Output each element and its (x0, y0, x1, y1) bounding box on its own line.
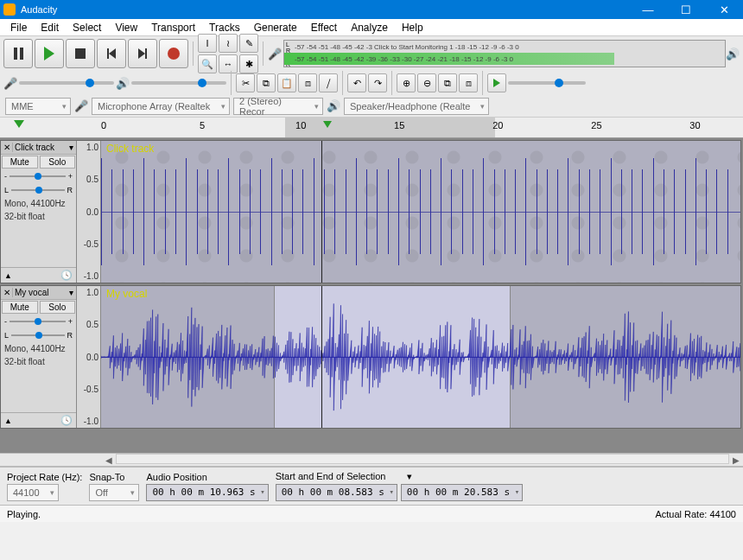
menu-help[interactable]: Help (395, 20, 430, 35)
actual-rate-text: Actual Rate: 44100 (655, 509, 736, 519)
rec-meter[interactable]: LR -57 -54 -51 -48 -45 -42 -3 Click to S… (283, 40, 726, 67)
gain-slider[interactable]: -+ (4, 317, 73, 326)
trim-button[interactable]: ⧈ (298, 73, 317, 92)
track-bits: 32-bit float (1, 210, 76, 223)
cut-button[interactable]: ✂ (236, 73, 255, 92)
device-toolbar: MME 🎤 Microphone Array (Realtek 2 (Stere… (0, 95, 743, 118)
host-combo[interactable]: MME (5, 98, 71, 115)
pan-slider[interactable]: LR (4, 331, 73, 340)
zoom-out-button[interactable]: ⊖ (417, 73, 436, 92)
track-click: ✕ Click track ▾ Mute Solo -+ LR Mono, 44… (0, 140, 741, 283)
play-volume-slider[interactable] (131, 81, 226, 85)
silence-button[interactable]: ⧸ (319, 73, 338, 92)
tracks-area: ✕ Click track ▾ Mute Solo -+ LR Mono, 44… (0, 138, 743, 453)
record-button[interactable] (159, 39, 188, 68)
project-rate-combo[interactable]: 44100 (7, 484, 59, 501)
track-menu-button[interactable]: ▾ (66, 143, 76, 152)
collapse-button[interactable]: ▲ (4, 417, 12, 425)
selection-start-field[interactable]: 00 h 00 m 08.583 s (276, 484, 397, 501)
stop-button[interactable] (66, 39, 95, 68)
audio-position-field[interactable]: 00 h 00 m 10.963 s (146, 484, 268, 501)
track-vscale[interactable]: 1.00.50.0-0.5-1.0 (77, 286, 101, 428)
menu-select[interactable]: Select (66, 20, 108, 35)
selection-label: Start and End of Selection ▾ (276, 471, 523, 482)
paste-button[interactable]: 📋 (277, 73, 296, 92)
menu-analyze[interactable]: Analyze (344, 20, 395, 35)
sync-icon: 🕓 (60, 415, 73, 426)
play-meter-icon: 🔊 (726, 48, 740, 60)
audio-position-label: Audio Position (146, 472, 268, 482)
waveform-click[interactable]: Click track (101, 141, 740, 283)
track-format: Mono, 44100Hz (1, 197, 76, 210)
track-name[interactable]: Click track (13, 143, 66, 152)
rec-meter-scale: -57 -54 -51 -48 -45 -42 -3 Click to Star… (284, 41, 725, 53)
menu-edit[interactable]: Edit (34, 20, 66, 35)
menu-view[interactable]: View (108, 20, 144, 35)
envelope-tool[interactable]: ≀ (219, 34, 238, 53)
play-button[interactable] (35, 39, 64, 68)
snap-combo[interactable]: Off (89, 484, 139, 501)
track-vscale[interactable]: 1.00.50.0-0.5-1.0 (77, 141, 101, 283)
selection-toolbar: Project Rate (Hz): 44100 Snap-To Off Aud… (0, 467, 743, 505)
play-at-speed-button[interactable] (487, 73, 506, 92)
menu-generate[interactable]: Generate (247, 20, 304, 35)
play-speed-slider[interactable] (508, 81, 586, 85)
track-bits: 32-bit float (1, 355, 76, 368)
mute-button[interactable]: Mute (2, 156, 38, 169)
speaker-icon: 🔊 (116, 77, 130, 90)
menubar: File Edit Select View Transport Tracks G… (0, 19, 743, 36)
skip-end-button[interactable] (128, 39, 157, 68)
track-name[interactable]: My vocal (13, 288, 66, 297)
rec-volume-slider[interactable] (19, 81, 114, 85)
play-meter-scale: -57 -54 -51 -48 -45 -42 -39 -36 -33 -30 … (284, 53, 725, 65)
menu-effect[interactable]: Effect (304, 20, 344, 35)
zoom-in-button[interactable]: ⊕ (397, 73, 416, 92)
rec-meter-icon: 🎤 (268, 48, 282, 60)
maximize-button[interactable]: ☐ (667, 0, 705, 19)
copy-button[interactable]: ⧉ (257, 73, 276, 92)
close-button[interactable]: ✕ (705, 0, 743, 19)
app-icon (3, 3, 16, 16)
output-device-combo[interactable]: Speaker/Headphone (Realte (344, 98, 489, 115)
solo-button[interactable]: Solo (40, 156, 76, 169)
menu-file[interactable]: File (3, 20, 34, 35)
menu-tracks[interactable]: Tracks (202, 20, 247, 35)
selection-tool[interactable]: I (198, 34, 217, 53)
track-close-button[interactable]: ✕ (1, 143, 13, 152)
draw-tool[interactable]: ✎ (239, 34, 258, 53)
zoom-tool[interactable]: 🔍 (198, 54, 217, 73)
selection-end-field[interactable]: 00 h 00 m 20.583 s (401, 484, 523, 501)
app-title: Audacity (21, 4, 57, 15)
tools-grid: I ≀ ✎ 🔍 ↔ ✱ (198, 34, 258, 73)
collapse-button[interactable]: ▲ (4, 271, 12, 280)
solo-button[interactable]: Solo (40, 301, 76, 314)
pause-button[interactable] (3, 39, 33, 68)
snap-label: Snap-To (89, 472, 139, 482)
input-device-combo[interactable]: Microphone Array (Realtek (92, 98, 230, 115)
gain-slider[interactable]: -+ (4, 172, 73, 181)
titlebar: Audacity — ☐ ✕ (0, 0, 743, 19)
output-device-icon: 🔊 (327, 99, 340, 112)
waveform-vocal[interactable]: My vocal (101, 286, 740, 428)
track-close-button[interactable]: ✕ (1, 288, 13, 297)
redo-button[interactable]: ↷ (368, 73, 387, 92)
pan-slider[interactable]: LR (4, 186, 73, 194)
timeshift-tool[interactable]: ↔ (219, 54, 238, 73)
horizontal-scrollbar[interactable]: ◀ ▶ (0, 453, 743, 467)
menu-transport[interactable]: Transport (144, 20, 202, 35)
status-text: Playing. (7, 509, 41, 519)
playhead-marker[interactable] (323, 121, 332, 128)
multi-tool[interactable]: ✱ (239, 54, 258, 73)
track-format: Mono, 44100Hz (1, 342, 76, 355)
timeline[interactable]: 0 5 10 15 20 25 30 (0, 118, 743, 138)
fit-project-button[interactable]: ⧈ (459, 73, 478, 92)
fit-selection-button[interactable]: ⧉ (438, 73, 457, 92)
track-vocal: ✕ My vocal ▾ Mute Solo -+ LR Mono, 44100… (0, 285, 741, 429)
undo-button[interactable]: ↶ (347, 73, 366, 92)
track-menu-button[interactable]: ▾ (66, 288, 76, 297)
mute-button[interactable]: Mute (2, 301, 38, 314)
skip-start-button[interactable] (97, 39, 126, 68)
minimize-button[interactable]: — (629, 0, 667, 19)
channels-combo[interactable]: 2 (Stereo) Recor (233, 98, 323, 115)
statusbar: Playing. Actual Rate: 44100 (0, 505, 743, 522)
